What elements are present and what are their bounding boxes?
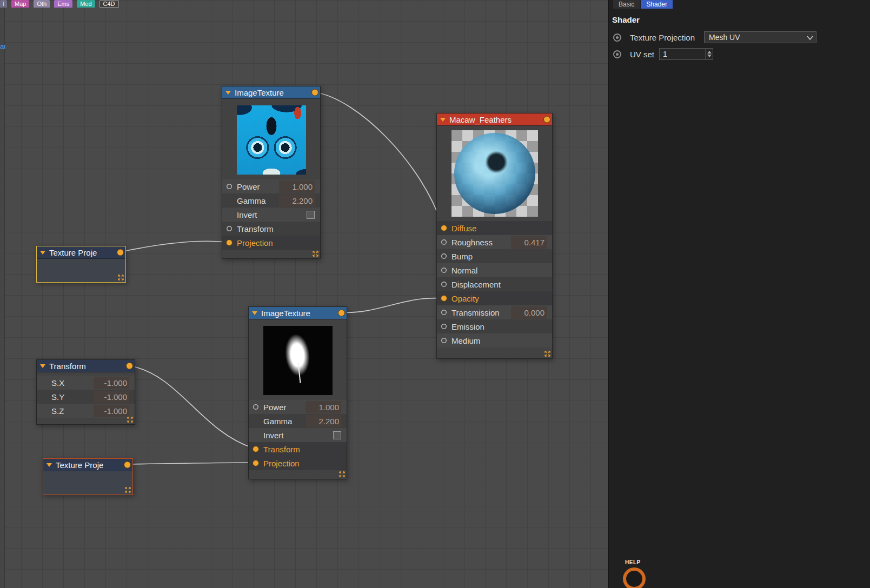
- node-header[interactable]: Transform: [37, 360, 135, 372]
- param-row-opacity[interactable]: Opacity: [437, 291, 552, 305]
- input-port-roughness[interactable]: [441, 239, 447, 245]
- param-value[interactable]: 2.200: [279, 195, 315, 207]
- param-row-transform[interactable]: Transform: [249, 442, 347, 456]
- param-row-invert[interactable]: Invert: [249, 428, 347, 442]
- input-port-projection[interactable]: [253, 460, 258, 466]
- input-port-power[interactable]: [253, 404, 258, 410]
- wire-transform-to-transform[interactable]: [130, 366, 253, 448]
- wire-imagetexture1-to-diffuse[interactable]: [316, 92, 442, 226]
- param-row-normal[interactable]: Normal: [437, 263, 552, 277]
- input-port-diffuse[interactable]: [441, 225, 447, 231]
- resize-handle-icon[interactable]: [125, 487, 131, 493]
- category-tab-med[interactable]: Med: [77, 0, 95, 8]
- animate-ring-icon[interactable]: [613, 34, 621, 42]
- param-row-medium[interactable]: Medium: [437, 333, 552, 348]
- input-port-opacity[interactable]: [441, 296, 447, 301]
- param-value[interactable]: 1.000: [279, 181, 315, 193]
- output-port[interactable]: [127, 363, 132, 369]
- collapse-arrow-icon[interactable]: [440, 118, 446, 122]
- node-header[interactable]: ImageTexture: [222, 86, 320, 99]
- invert-checkbox[interactable]: [333, 431, 341, 439]
- input-port-projection[interactable]: [227, 240, 232, 245]
- uv-set-input[interactable]: [660, 50, 705, 58]
- node-texture-projection-2[interactable]: Texture Proje: [43, 458, 133, 495]
- param-row-sx[interactable]: S.X -1.000: [37, 376, 135, 390]
- node-imagetexture-2[interactable]: ImageTexture Power 1.000 Gamma 2.200 Inv…: [248, 306, 347, 479]
- param-row-invert[interactable]: Invert: [222, 208, 320, 222]
- resize-handle-icon[interactable]: [339, 471, 345, 477]
- param-row-transmission[interactable]: Transmission 0.000: [437, 305, 552, 319]
- param-value[interactable]: 0.000: [511, 306, 547, 319]
- output-port[interactable]: [117, 250, 123, 256]
- param-row-bump[interactable]: Bump: [437, 249, 552, 263]
- input-port-emission[interactable]: [441, 324, 447, 329]
- param-row-transform[interactable]: Transform: [222, 222, 320, 236]
- param-value[interactable]: 1.000: [306, 401, 341, 413]
- param-row-roughness[interactable]: Roughness 0.417: [437, 235, 552, 249]
- category-tab-clipped[interactable]: l: [0, 0, 7, 8]
- param-value[interactable]: -1.000: [94, 391, 129, 403]
- tab-basic[interactable]: Basic: [613, 0, 640, 9]
- input-port-medium[interactable]: [441, 338, 447, 343]
- category-tab-oth[interactable]: Oth: [34, 0, 50, 8]
- param-row-emission[interactable]: Emission: [437, 319, 552, 333]
- category-tab-map[interactable]: Map: [11, 0, 29, 8]
- collapse-arrow-icon[interactable]: [40, 364, 45, 368]
- tab-shader[interactable]: Shader: [641, 0, 673, 9]
- collapse-arrow-icon[interactable]: [252, 311, 257, 315]
- node-header[interactable]: Texture Proje: [43, 459, 132, 471]
- category-tab-c4d[interactable]: C4D: [99, 0, 119, 8]
- node-transform[interactable]: Transform S.X -1.000 S.Y -1.000 S.Z -1.0…: [36, 359, 135, 425]
- param-row-power[interactable]: Power 1.000: [222, 179, 320, 193]
- category-tab-ems[interactable]: Ems: [54, 0, 72, 8]
- node-header[interactable]: Texture Proje: [37, 246, 125, 259]
- wire-textureproj1-to-projection[interactable]: [121, 241, 227, 252]
- param-value[interactable]: -1.000: [94, 377, 129, 389]
- animate-ring-icon[interactable]: [613, 50, 621, 58]
- invert-checkbox[interactable]: [307, 211, 315, 219]
- input-port-displacement[interactable]: [441, 282, 447, 287]
- collapse-arrow-icon[interactable]: [47, 463, 52, 467]
- collapse-arrow-icon[interactable]: [225, 91, 231, 95]
- node-texture-projection-1[interactable]: Texture Proje: [36, 246, 126, 283]
- param-row-sy[interactable]: S.Y -1.000: [37, 390, 135, 404]
- param-row-gamma[interactable]: Gamma 2.200: [249, 414, 347, 428]
- output-port[interactable]: [124, 462, 130, 468]
- output-port[interactable]: [312, 90, 318, 96]
- node-imagetexture-1[interactable]: ImageTexture Power 1.000 Gamma 2.200 Inv…: [222, 86, 321, 259]
- param-row-projection[interactable]: Projection: [222, 236, 320, 250]
- output-port[interactable]: [544, 117, 550, 123]
- param-row-diffuse[interactable]: Diffuse: [437, 221, 552, 235]
- param-value[interactable]: 2.200: [306, 415, 341, 427]
- param-row-power[interactable]: Power 1.000: [249, 400, 347, 414]
- wire-textureproj2-to-projection[interactable]: [128, 463, 253, 464]
- param-value[interactable]: 0.417: [511, 236, 547, 249]
- collapse-arrow-icon[interactable]: [40, 251, 45, 255]
- help-label[interactable]: HELP: [625, 559, 641, 565]
- input-port-transmission[interactable]: [441, 310, 447, 315]
- input-port-normal[interactable]: [441, 268, 447, 273]
- resize-handle-icon[interactable]: [544, 351, 550, 357]
- texture-projection-dropdown[interactable]: Mesh UV: [704, 31, 816, 43]
- input-port-bump[interactable]: [441, 253, 447, 259]
- spinner-up-icon[interactable]: [707, 51, 712, 54]
- resize-handle-icon[interactable]: [118, 275, 124, 280]
- input-port-power[interactable]: [227, 184, 232, 189]
- param-row-displacement[interactable]: Displacement: [437, 277, 552, 291]
- input-port-transform[interactable]: [253, 446, 258, 452]
- resize-handle-icon[interactable]: [313, 251, 318, 257]
- uv-set-spinner[interactable]: [705, 49, 713, 59]
- resize-handle-icon[interactable]: [127, 417, 133, 423]
- output-port[interactable]: [338, 310, 344, 316]
- node-header[interactable]: Macaw_Feathers: [437, 113, 552, 126]
- param-row-sz[interactable]: S.Z -1.000: [37, 404, 135, 418]
- node-header[interactable]: ImageTexture: [249, 307, 347, 319]
- input-port-transform[interactable]: [227, 226, 232, 231]
- param-label: Medium: [451, 336, 480, 345]
- param-row-projection[interactable]: Projection: [249, 456, 347, 470]
- wire-imagetexture2-to-opacity[interactable]: [342, 298, 442, 313]
- spinner-down-icon[interactable]: [707, 55, 712, 57]
- param-row-gamma[interactable]: Gamma 2.200: [222, 193, 320, 208]
- node-macaw-feathers[interactable]: Macaw_Feathers Diffuse Roughness 0.417 B…: [436, 113, 553, 359]
- param-value[interactable]: -1.000: [94, 405, 129, 417]
